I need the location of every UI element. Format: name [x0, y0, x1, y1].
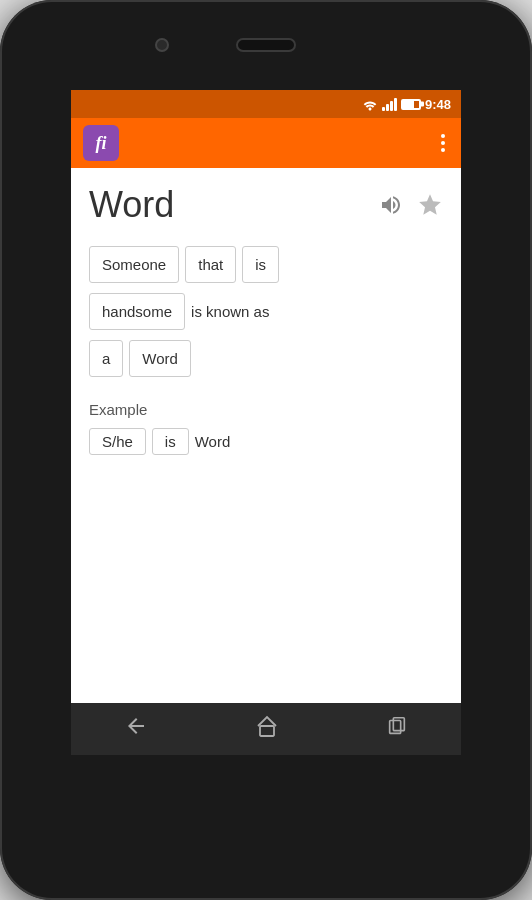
status-bar: 9:48 — [71, 90, 461, 118]
def-line-2: handsome is known as — [89, 293, 443, 330]
chip-is-example[interactable]: is — [152, 428, 189, 455]
bottom-nav — [71, 703, 461, 755]
definition-section: Someone that is handsome is known as a W… — [89, 246, 443, 377]
word-title-row: Word — [89, 184, 443, 226]
svg-rect-2 — [393, 718, 404, 731]
chip-that[interactable]: that — [185, 246, 236, 283]
signal-icon — [382, 97, 397, 111]
chip-is[interactable]: is — [242, 246, 279, 283]
example-section: Example S/he is Word — [89, 401, 443, 455]
example-word: Word — [195, 433, 231, 450]
def-text-known-as: is known as — [191, 298, 269, 325]
app-toolbar: fi — [71, 118, 461, 168]
chip-word-def[interactable]: Word — [129, 340, 191, 377]
def-line-1: Someone that is — [89, 246, 443, 283]
chip-a[interactable]: a — [89, 340, 123, 377]
home-button[interactable] — [239, 706, 295, 752]
speaker — [236, 38, 296, 52]
back-button[interactable] — [108, 706, 164, 752]
status-icons: 9:48 — [362, 97, 451, 112]
phone-top-bar — [0, 0, 532, 90]
chip-handsome[interactable]: handsome — [89, 293, 185, 330]
recents-button[interactable] — [370, 707, 424, 751]
volume-icon[interactable] — [379, 193, 405, 217]
example-label: Example — [89, 401, 443, 418]
screen: 9:48 fi Word — [71, 90, 461, 755]
star-icon[interactable] — [417, 192, 443, 218]
status-time: 9:48 — [425, 97, 451, 112]
wifi-icon — [362, 97, 378, 111]
page-title: Word — [89, 184, 174, 226]
app-logo: fi — [83, 125, 119, 161]
menu-button[interactable] — [437, 130, 449, 156]
front-camera — [155, 38, 169, 52]
def-line-3: a Word — [89, 340, 443, 377]
example-line: S/he is Word — [89, 428, 443, 455]
main-content: Word Someone tha — [71, 168, 461, 703]
chip-she[interactable]: S/he — [89, 428, 146, 455]
svg-rect-0 — [260, 726, 274, 736]
chip-someone[interactable]: Someone — [89, 246, 179, 283]
battery-icon — [401, 99, 421, 110]
title-icons — [379, 192, 443, 218]
phone-frame: 9:48 fi Word — [0, 0, 532, 900]
